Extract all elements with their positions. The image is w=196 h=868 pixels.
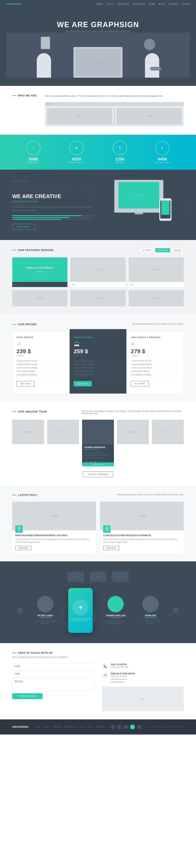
- iphone-screen: [160, 200, 170, 219]
- social-gp-footer[interactable]: g+: [124, 724, 128, 730]
- who-section: WHO WE ARE We are creative problem solve…: [0, 86, 196, 135]
- feature-3-4: 1 free review of design: [131, 370, 179, 373]
- dot2: [48, 103, 50, 105]
- feature-1-4: 1 free review of design: [17, 370, 65, 373]
- footer-social: f t g+ in yt: [110, 724, 141, 730]
- contact-message-input[interactable]: [12, 679, 94, 691]
- filter-all[interactable]: ALL WORK: [139, 248, 154, 252]
- footer-link-services[interactable]: SERVICES: [53, 726, 62, 728]
- feature-1-5: Free shipping & handling: [17, 373, 65, 377]
- footer-links: HOME ABOUT SERVICES PORTFOLIO TEAM BLOG …: [35, 726, 104, 728]
- design-placeholder-2: 384×384: [70, 290, 126, 306]
- dims-r2-2: 384×384: [94, 297, 101, 299]
- app-avatar-2: [107, 596, 124, 612]
- buy-btn-2[interactable]: BUY NOW: [74, 381, 92, 386]
- filter-webdesign[interactable]: Webdesign: [155, 248, 170, 252]
- blog-read-more-2[interactable]: Read more: [103, 546, 119, 550]
- stats-section: ☆ 5008 PROJECTS ♥ 4320 HAPPY CLIENTS ✎ 1…: [0, 135, 196, 170]
- deco-glasses: [150, 67, 161, 70]
- app-avatar-3: [142, 596, 159, 612]
- filter-illustrate[interactable]: Illustrate: [171, 248, 184, 252]
- app-name-3: JOHN DOE: [138, 614, 163, 617]
- pricing-features-3: A regular design concept 2 regular desig…: [131, 359, 179, 377]
- view-all-btn[interactable]: VIEW ALL BROWSE: [83, 471, 113, 477]
- footer-link-blog[interactable]: BLOG: [87, 726, 92, 728]
- about-tag-label: ▸: [12, 180, 14, 182]
- app-inner: ‹ PETER LANDT GRAPHSIGN Lorem ipsum dolo…: [12, 588, 184, 633]
- who-left: WHO WE ARE: [12, 94, 37, 97]
- app-role-2: GRAPHSIGN: [103, 617, 128, 619]
- design-info-2: ▣ ▤: [70, 282, 126, 287]
- phone-label: CALL US ON PH.: [111, 663, 128, 665]
- contact-send-btn[interactable]: SEND MESSAGE: [12, 693, 42, 699]
- browser-dims2: 2×266: [146, 115, 152, 117]
- blog-text-2: Lorem ipsum dolor sit amet consectetur a…: [103, 538, 181, 544]
- designs-row2: 384×384 384×384 384×384: [12, 290, 184, 306]
- social-yt-footer[interactable]: yt: [137, 724, 141, 730]
- blog-thumb-2: 570×300 40 FEB: [100, 502, 184, 530]
- app-prev-btn[interactable]: ‹: [18, 608, 23, 613]
- imac-screen: 397×381: [119, 182, 159, 209]
- team-dims-2: 360×300: [59, 431, 67, 433]
- stat-number-1: 5008: [26, 157, 40, 161]
- browser-bar: [45, 102, 184, 106]
- nav-contact[interactable]: CONTACT: [168, 3, 179, 5]
- browser-mockup: 552+2 2×266: [45, 102, 184, 127]
- social-fb-footer[interactable]: f: [110, 724, 116, 730]
- app-name-1: PETER LANDT: [33, 614, 58, 617]
- bar3-fill: [12, 219, 61, 220]
- footer-link-about[interactable]: ABOUT: [43, 726, 50, 728]
- design-info-3: ▣ ▤: [129, 282, 184, 287]
- blog-read-more-1[interactable]: Read more: [15, 546, 31, 550]
- feature-2-2: 2 regular design concepts: [74, 363, 122, 366]
- app-text-3: Lorem ipsum dolor sit amet consectetur: [138, 620, 163, 625]
- widget-dims: 184×184: [36, 271, 43, 273]
- footer-link-contact[interactable]: CONTACT: [95, 726, 104, 728]
- nav-services[interactable]: SERVICES: [118, 3, 129, 5]
- footer-link-home[interactable]: HOME: [35, 726, 40, 728]
- contact-email-input[interactable]: [12, 671, 94, 677]
- nav-extra[interactable]: EXTRA: [183, 3, 190, 5]
- pricing-icon-1: 🖨: [17, 341, 65, 346]
- design-thumb-3: 384×384: [129, 257, 184, 282]
- footer-link-portfolio[interactable]: PORTFOLIO: [65, 726, 76, 728]
- nav-home[interactable]: HOME: [96, 3, 103, 5]
- social-in-footer[interactable]: in: [130, 724, 135, 730]
- deco-paper: [41, 37, 50, 49]
- contact-name-input[interactable]: [12, 663, 94, 669]
- hero-monitor: 552×2: [73, 47, 123, 78]
- app-phone: ✦: [68, 588, 93, 633]
- pricing-tag: OUR PRICING: [12, 323, 37, 326]
- featured-section: OUR FEATURED DESIGNS ALL WORK Webdesign …: [0, 240, 196, 315]
- buy-btn-3[interactable]: BUY NOW: [131, 381, 149, 386]
- contact-form: SEND MESSAGE: [12, 663, 94, 699]
- buy-btn-1[interactable]: BUY NOW: [17, 381, 34, 386]
- pricing-features-2: A regular design concept 2 regular desig…: [74, 359, 122, 377]
- feature-3-3: 3 color version per design: [131, 366, 179, 370]
- feature-2-5: Free shipping & handling: [74, 373, 122, 377]
- social-tw-footer[interactable]: t: [117, 724, 122, 730]
- about-prev-btn[interactable]: ‹: [84, 189, 88, 193]
- about-read-more-btn[interactable]: READ MORE: [12, 224, 35, 230]
- team-photo-4: 360×300: [117, 420, 149, 444]
- price-3: 279 $: [131, 348, 179, 355]
- app-next-btn[interactable]: ›: [173, 608, 178, 613]
- pricing-card-3: LOGO DESIGN & BRANDING ◈ 279 $ / MONTH A…: [127, 331, 184, 394]
- contact-address-text: FIND US AT OUR OFFICE Sed Fugit. Road 12…: [111, 673, 135, 684]
- address-value: Sed Fugit. Road 12Saint Bannerman 12Unit…: [111, 675, 135, 684]
- design-card-2: 384×384 ▣ ▤: [70, 257, 126, 287]
- nav-team[interactable]: TEAM: [149, 3, 155, 5]
- nav-about[interactable]: ABOUT: [106, 3, 114, 5]
- bar3: [12, 219, 94, 220]
- blog-content-2: CLARITAS EST ETIAM PROCESSUS DYNAMICUS L…: [100, 530, 184, 553]
- nav-blog[interactable]: BLOG: [159, 3, 165, 5]
- footer-link-team[interactable]: TEAM: [79, 726, 84, 728]
- feature-2-3: 3 color version per design: [74, 366, 122, 370]
- about-next-btn[interactable]: ›: [90, 189, 94, 193]
- nav-links: HOME ABOUT SERVICES PORTFOLIO TEAM BLOG …: [96, 3, 190, 5]
- nav-portfolio[interactable]: PORTFOLIO: [132, 3, 145, 5]
- phone-body: ✦: [68, 588, 93, 633]
- hero-title: WE ARE GRAPHSIGN: [6, 21, 190, 29]
- nav-logo[interactable]: GRAPHSIGN: [6, 3, 22, 5]
- map-placeholder: MAP: [102, 687, 184, 711]
